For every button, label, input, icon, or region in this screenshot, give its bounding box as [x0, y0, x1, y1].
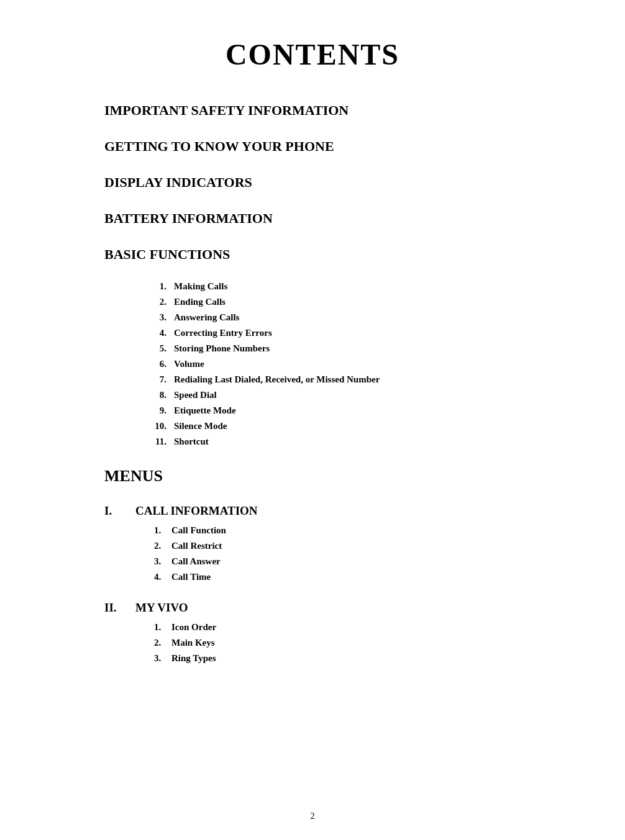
- list-item: 4. Call Time: [154, 572, 521, 582]
- getting-to-know-section: GETTING TO KNOW YOUR PHONE: [104, 138, 521, 155]
- my-vivo-header: II. MY VIVO: [104, 601, 521, 615]
- list-item: 1. Making Calls: [142, 281, 521, 292]
- basic-functions-section: BASIC FUNCTIONS 1. Making Calls 2. Endin…: [104, 246, 521, 447]
- important-safety-section: IMPORTANT SAFETY INFORMATION: [104, 102, 521, 119]
- call-information-section: I. CALL INFORMATION 1. Call Function 2. …: [104, 504, 521, 582]
- page-number: 2: [80, 811, 545, 821]
- list-item: 3. Answering Calls: [142, 312, 521, 323]
- my-vivo-list: 1. Icon Order 2. Main Keys 3. Ring Types: [154, 622, 521, 664]
- list-item: 10. Silence Mode: [142, 421, 521, 431]
- list-item: 4. Correcting Entry Errors: [142, 328, 521, 338]
- page: CONTENTS IMPORTANT SAFETY INFORMATION GE…: [80, 0, 545, 840]
- my-vivo-section: II. MY VIVO 1. Icon Order 2. Main Keys 3…: [104, 601, 521, 664]
- important-safety-heading: IMPORTANT SAFETY INFORMATION: [104, 102, 521, 119]
- basic-functions-list: 1. Making Calls 2. Ending Calls 3. Answe…: [142, 281, 521, 447]
- call-information-header: I. CALL INFORMATION: [104, 504, 521, 518]
- menus-section: MENUS I. CALL INFORMATION 1. Call Functi…: [104, 467, 521, 664]
- display-indicators-section: DISPLAY INDICATORS: [104, 174, 521, 191]
- battery-info-section: BATTERY INFORMATION: [104, 210, 521, 227]
- list-item: 9. Etiquette Mode: [142, 405, 521, 416]
- list-item: 7. Redialing Last Dialed, Received, or M…: [142, 374, 521, 385]
- getting-to-know-heading: GETTING TO KNOW YOUR PHONE: [104, 138, 521, 155]
- list-item: 2. Call Restrict: [154, 541, 521, 551]
- list-item: 1. Call Function: [154, 525, 521, 536]
- list-item: 3. Call Answer: [154, 556, 521, 567]
- menus-heading: MENUS: [104, 467, 521, 485]
- list-item: 6. Volume: [142, 359, 521, 369]
- battery-info-heading: BATTERY INFORMATION: [104, 210, 521, 227]
- list-item: 3. Ring Types: [154, 653, 521, 664]
- list-item: 11. Shortcut: [142, 436, 521, 447]
- basic-functions-heading: BASIC FUNCTIONS: [104, 246, 521, 263]
- display-indicators-heading: DISPLAY INDICATORS: [104, 174, 521, 191]
- call-information-list: 1. Call Function 2. Call Restrict 3. Cal…: [154, 525, 521, 582]
- list-item: 8. Speed Dial: [142, 390, 521, 400]
- list-item: 1. Icon Order: [154, 622, 521, 633]
- list-item: 2. Ending Calls: [142, 297, 521, 307]
- list-item: 5. Storing Phone Numbers: [142, 343, 521, 354]
- page-title: CONTENTS: [104, 37, 521, 71]
- list-item: 2. Main Keys: [154, 638, 521, 648]
